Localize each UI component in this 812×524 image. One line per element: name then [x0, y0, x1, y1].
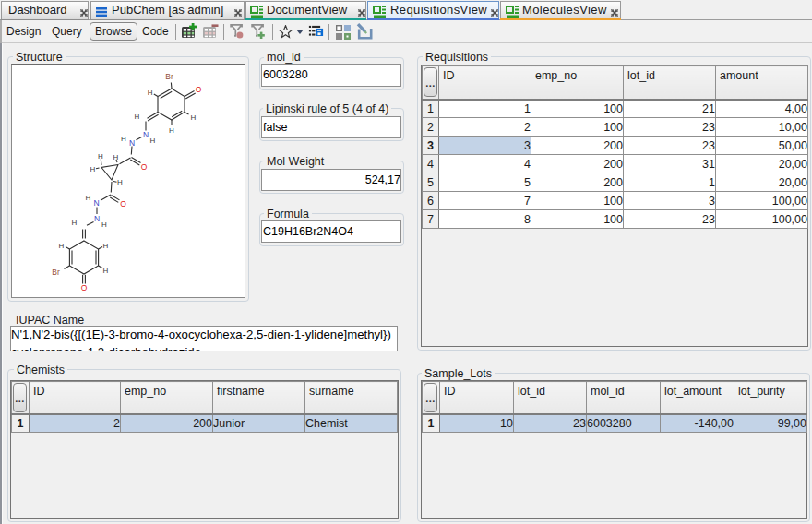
svg-text:Br: Br: [165, 72, 173, 81]
svg-text:H: H: [98, 152, 103, 161]
svg-text:H: H: [103, 242, 109, 250]
svg-text:H: H: [191, 113, 197, 122]
svg-text:H: H: [90, 165, 96, 173]
svg-text:Br: Br: [52, 268, 60, 277]
svg-text:N: N: [129, 138, 135, 148]
svg-text:H: H: [102, 220, 107, 229]
svg-text:H: H: [135, 113, 140, 121]
svg-text:O: O: [141, 162, 148, 172]
svg-text:H: H: [113, 153, 119, 161]
svg-text:H: H: [86, 194, 91, 202]
svg-text:H: H: [169, 126, 174, 135]
svg-text:H: H: [59, 242, 65, 250]
svg-text:O: O: [81, 283, 88, 292]
svg-text:H: H: [117, 178, 123, 186]
svg-text:N: N: [94, 214, 100, 223]
svg-text:H: H: [103, 267, 109, 275]
svg-text:H: H: [150, 137, 156, 145]
svg-text:H: H: [121, 135, 126, 143]
svg-text:N: N: [143, 130, 149, 139]
svg-text:O: O: [120, 199, 126, 208]
svg-text:O: O: [196, 85, 202, 94]
svg-text:H: H: [148, 89, 153, 97]
svg-text:H: H: [72, 219, 78, 227]
svg-text:N: N: [93, 198, 99, 208]
